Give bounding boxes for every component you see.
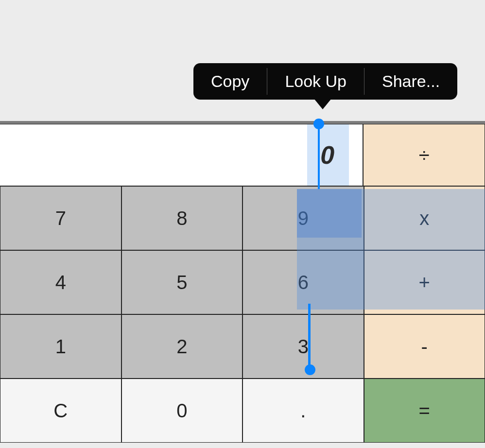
calculator-display[interactable]: 0 [0, 124, 363, 186]
selection-handle-top-dot[interactable] [313, 119, 324, 129]
plus-button[interactable]: + [364, 250, 485, 314]
key-2[interactable]: 2 [121, 314, 243, 379]
multiply-button[interactable]: x [364, 186, 485, 250]
key-3[interactable]: 3 [242, 314, 364, 379]
context-menu-share[interactable]: Share... [364, 63, 457, 100]
context-menu: Copy Look Up Share... [193, 63, 457, 100]
key-1[interactable]: 1 [0, 314, 121, 379]
key-6[interactable]: 6 [242, 250, 364, 314]
key-5[interactable]: 5 [121, 250, 243, 314]
calculator-panel: 0 ÷ 7 8 9 x 4 5 6 + 1 2 3 - C 0 . = [0, 124, 485, 443]
key-0[interactable]: 0 [121, 379, 243, 443]
context-menu-lookup[interactable]: Look Up [267, 63, 364, 100]
decimal-button[interactable]: . [242, 379, 364, 443]
context-menu-copy[interactable]: Copy [193, 63, 267, 100]
top-background [0, 0, 485, 124]
selection-handle-bottom-dot[interactable] [305, 364, 315, 375]
display-value: 0 [320, 140, 334, 170]
key-4[interactable]: 4 [0, 250, 121, 314]
key-9[interactable]: 9 [242, 186, 364, 250]
equals-button[interactable]: = [364, 379, 485, 443]
minus-button[interactable]: - [364, 314, 485, 379]
key-8[interactable]: 8 [121, 186, 243, 250]
divide-button[interactable]: ÷ [363, 124, 485, 186]
calculator-keypad: 7 8 9 x 4 5 6 + 1 2 3 - C 0 . = [0, 186, 485, 443]
context-menu-tail [314, 99, 331, 109]
clear-button[interactable]: C [0, 379, 121, 443]
selection-handle-top-line[interactable] [318, 127, 320, 189]
selection-handle-bottom-line[interactable] [308, 304, 311, 367]
key-7[interactable]: 7 [0, 186, 121, 250]
